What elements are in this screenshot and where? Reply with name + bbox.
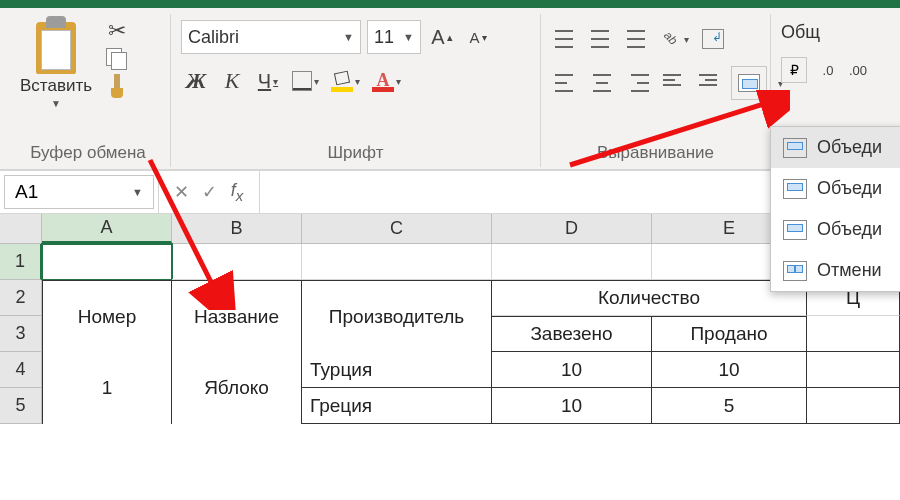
font-name-dropdown[interactable]: Calibri▼ bbox=[181, 20, 361, 54]
unmerge-icon bbox=[783, 261, 807, 281]
cell-E4[interactable]: 10 bbox=[652, 352, 807, 388]
cell-B1[interactable] bbox=[172, 244, 302, 280]
bold-button[interactable]: Ж bbox=[181, 64, 211, 98]
italic-button[interactable]: К bbox=[217, 64, 247, 98]
rowhead-1[interactable]: 1 bbox=[0, 244, 42, 280]
decrease-font-button[interactable]: A▾ bbox=[463, 20, 493, 54]
cell-C1[interactable] bbox=[302, 244, 492, 280]
cell-D1[interactable] bbox=[492, 244, 652, 280]
cell-D4[interactable]: 10 bbox=[492, 352, 652, 388]
valign-top-button[interactable] bbox=[551, 22, 581, 56]
cell-E3[interactable]: Продано bbox=[652, 316, 807, 352]
copy-button[interactable] bbox=[104, 48, 130, 70]
cell-D2[interactable]: Количество bbox=[492, 280, 807, 316]
bucket-icon bbox=[331, 70, 353, 92]
name-box[interactable]: A1▼ bbox=[4, 175, 154, 209]
cell-E5[interactable]: 5 bbox=[652, 388, 807, 424]
merge-cells-item[interactable]: Объеди bbox=[771, 209, 900, 250]
cut-button[interactable]: ✂ bbox=[104, 20, 130, 42]
cell-F5[interactable] bbox=[807, 388, 900, 424]
merge-across-icon bbox=[783, 179, 807, 199]
rowhead-5[interactable]: 5 bbox=[0, 388, 42, 424]
clipboard-icon bbox=[32, 16, 80, 74]
chevron-down-icon: ▼ bbox=[132, 186, 143, 198]
group-alignment: ▾ ▾ Выравнивание bbox=[541, 14, 771, 167]
decimal-dec-button[interactable]: .0 bbox=[813, 53, 843, 87]
number-format-label: Общ bbox=[781, 22, 820, 43]
cell-B4[interactable]: Яблоко bbox=[172, 352, 302, 424]
cell-C5[interactable]: Греция bbox=[302, 388, 492, 424]
cancel-button[interactable]: ✕ bbox=[169, 181, 193, 203]
valign-bot-button[interactable] bbox=[623, 22, 653, 56]
cell-A4[interactable]: 1 bbox=[42, 352, 172, 424]
border-icon bbox=[292, 71, 312, 91]
cell-D3[interactable]: Завезено bbox=[492, 316, 652, 352]
align-center-icon bbox=[591, 74, 613, 92]
colhead-D[interactable]: D bbox=[492, 214, 652, 243]
formula-bar: A1▼ ✕ ✓ fx bbox=[0, 170, 900, 214]
paste-button[interactable]: Вставить ▼ bbox=[16, 14, 96, 111]
underline-button[interactable]: Ч▾ bbox=[253, 64, 283, 98]
merge-menu: Объеди Объеди Объеди Отмени bbox=[770, 126, 900, 292]
halign-right-button[interactable] bbox=[623, 66, 653, 100]
fx-icon[interactable]: fx bbox=[225, 180, 249, 204]
halign-left-button[interactable] bbox=[551, 66, 581, 100]
indent-dec-button[interactable] bbox=[659, 66, 689, 100]
align-top-icon bbox=[555, 30, 577, 48]
worksheet: A B C D E 1 2 Номер Название Производите… bbox=[0, 214, 900, 424]
merge-and-center-item[interactable]: Объеди bbox=[771, 127, 900, 168]
cell-A1[interactable] bbox=[42, 244, 172, 280]
column-headers: A B C D E bbox=[0, 214, 900, 244]
font-size-dropdown[interactable]: 11▼ bbox=[367, 20, 421, 54]
tab-strip bbox=[0, 0, 900, 8]
fill-color-button[interactable]: ▾ bbox=[328, 64, 363, 98]
merge-across-item[interactable]: Объеди bbox=[771, 168, 900, 209]
chevron-down-icon: ▾ bbox=[684, 34, 689, 45]
merge-center-icon bbox=[783, 138, 807, 158]
decimal-inc-button[interactable]: .00 bbox=[843, 53, 873, 87]
cell-F3[interactable] bbox=[807, 316, 900, 352]
group-label-font: Шрифт bbox=[181, 139, 530, 163]
colhead-A[interactable]: A bbox=[42, 214, 172, 243]
chevron-down-icon: ▼ bbox=[343, 31, 354, 43]
group-font: Calibri▼ 11▼ A▴ A▾ Ж К Ч▾ ▾ ▾ А▾ Шрифт bbox=[171, 14, 541, 167]
chevron-down-icon: ▾ bbox=[396, 76, 401, 87]
align-bot-icon bbox=[627, 30, 649, 48]
unmerge-item[interactable]: Отмени bbox=[771, 250, 900, 291]
cell-C2[interactable]: Производитель bbox=[302, 280, 492, 352]
align-mid-icon bbox=[591, 30, 613, 48]
wrap-icon bbox=[702, 29, 724, 49]
cell-F4[interactable] bbox=[807, 352, 900, 388]
colhead-B[interactable]: B bbox=[172, 214, 302, 243]
format-painter-button[interactable] bbox=[104, 76, 130, 98]
select-all-corner[interactable] bbox=[0, 214, 42, 243]
font-color-button[interactable]: А▾ bbox=[369, 64, 404, 98]
cell-D5[interactable]: 10 bbox=[492, 388, 652, 424]
group-label-clipboard: Буфер обмена bbox=[16, 139, 160, 163]
chevron-down-icon: ▾ bbox=[273, 76, 278, 87]
wrap-text-button[interactable] bbox=[698, 22, 728, 56]
increase-font-button[interactable]: A▴ bbox=[427, 20, 457, 54]
confirm-button[interactable]: ✓ bbox=[197, 181, 221, 203]
rowhead-2[interactable]: 2 bbox=[0, 280, 42, 316]
chevron-down-icon: ▾ bbox=[314, 76, 319, 87]
rowhead-3[interactable]: 3 bbox=[0, 316, 42, 352]
rowhead-4[interactable]: 4 bbox=[0, 352, 42, 388]
colhead-C[interactable]: C bbox=[302, 214, 492, 243]
halign-center-button[interactable] bbox=[587, 66, 617, 100]
currency-button[interactable]: ₽ bbox=[781, 57, 807, 83]
cell-C4[interactable]: Турция bbox=[302, 352, 492, 388]
copy-icon bbox=[106, 48, 128, 70]
merge-button[interactable] bbox=[731, 66, 767, 100]
chevron-down-icon: ▾ bbox=[355, 76, 360, 87]
valign-mid-button[interactable] bbox=[587, 22, 617, 56]
orientation-icon bbox=[662, 29, 682, 49]
align-right-icon bbox=[627, 74, 649, 92]
chevron-down-icon: ▼ bbox=[403, 31, 414, 43]
cell-B2[interactable]: Название bbox=[172, 280, 302, 352]
orientation-button[interactable]: ▾ bbox=[659, 22, 692, 56]
chevron-down-icon: ▼ bbox=[51, 98, 61, 109]
borders-button[interactable]: ▾ bbox=[289, 64, 322, 98]
cell-A2[interactable]: Номер bbox=[42, 280, 172, 352]
indent-inc-button[interactable] bbox=[695, 66, 725, 100]
